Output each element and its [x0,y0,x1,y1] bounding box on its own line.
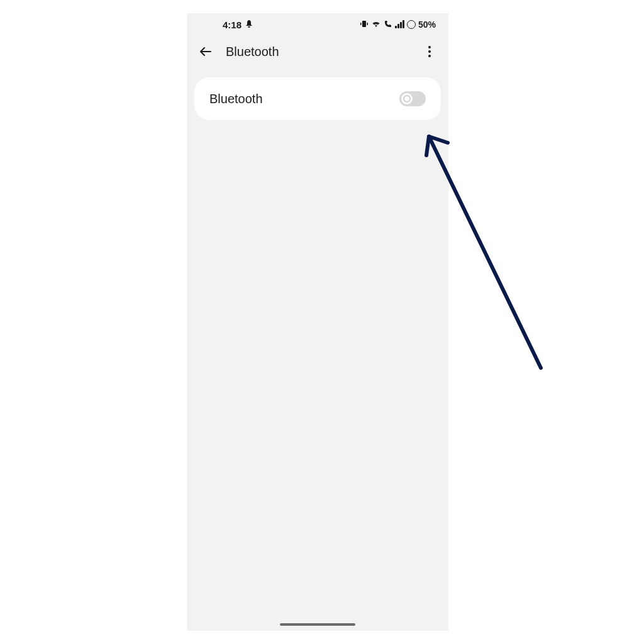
wifi-icon [371,19,381,30]
phone-screen: 4:18 50% Bluetooth [187,13,448,631]
signal-icon [395,21,404,28]
svg-rect-0 [362,21,366,27]
bluetooth-label: Bluetooth [209,92,263,106]
status-bar-right: 50% [360,19,436,30]
page-title: Bluetooth [226,45,409,59]
content-area: Bluetooth [187,67,448,130]
bluetooth-setting-row: Bluetooth [194,77,441,120]
home-indicator[interactable] [280,623,355,626]
status-bar: 4:18 50% [187,13,448,36]
battery-ring-icon [407,20,416,29]
phone-call-icon [384,19,392,30]
app-bar: Bluetooth [187,36,448,67]
back-button[interactable] [198,44,213,59]
more-options-button[interactable] [422,44,437,59]
battery-percent: 50% [418,19,436,30]
toggle-knob [401,93,413,104]
bluetooth-toggle[interactable] [399,91,426,106]
svg-rect-2 [367,23,368,25]
notification-icon [245,19,253,30]
status-time: 4:18 [223,19,242,30]
vibrate-icon [360,19,369,30]
status-bar-left: 4:18 [223,19,253,30]
svg-rect-1 [360,23,362,25]
